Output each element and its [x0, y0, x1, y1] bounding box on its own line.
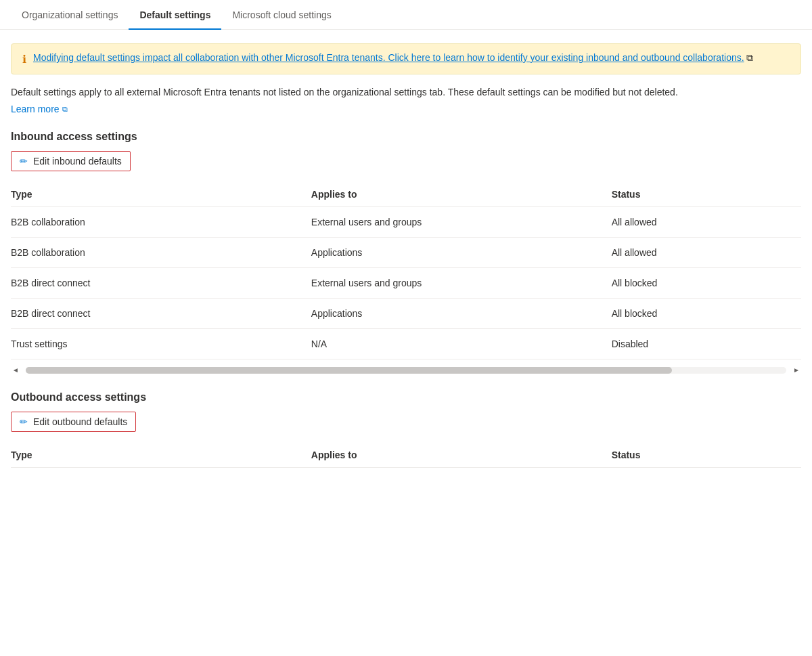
learn-more-link[interactable]: Learn more ⧉	[11, 104, 68, 114]
edit-inbound-label: Edit inbound defaults	[33, 156, 122, 167]
cell-status: All allowed	[612, 238, 801, 268]
edit-outbound-label: Edit outbound defaults	[33, 416, 127, 427]
cell-applies-to: External users and groups	[311, 268, 612, 299]
table-row: B2B direct connectApplicationsAll blocke…	[11, 299, 801, 329]
cell-type: B2B collaboration	[11, 207, 311, 238]
info-banner: ℹ Modifying default settings impact all …	[11, 43, 801, 74]
col-type-outbound: Type	[11, 443, 311, 468]
tab-organizational[interactable]: Organizational settings	[11, 0, 129, 30]
col-status-inbound: Status	[612, 182, 801, 207]
table-row: B2B direct connectExternal users and gro…	[11, 268, 801, 299]
scroll-right-arrow[interactable]: ►	[792, 365, 801, 375]
cell-status: All blocked	[612, 299, 801, 329]
cell-type: B2B direct connect	[11, 268, 311, 299]
cell-applies-to: Applications	[311, 299, 612, 329]
col-applies-outbound: Applies to	[311, 443, 612, 468]
banner-link[interactable]: Modifying default settings impact all co…	[33, 52, 744, 63]
table-row: B2B collaborationExternal users and grou…	[11, 207, 801, 238]
edit-inbound-button[interactable]: ✏ Edit inbound defaults	[11, 151, 131, 171]
tab-bar: Organizational settings Default settings…	[0, 0, 812, 30]
pencil-icon-inbound: ✏	[20, 156, 28, 167]
pencil-icon-outbound: ✏	[20, 416, 28, 427]
cell-applies-to: Applications	[311, 238, 612, 268]
col-type-inbound: Type	[11, 182, 311, 207]
scroll-thumb[interactable]	[26, 367, 673, 374]
info-icon: ℹ	[22, 53, 26, 66]
learn-more-ext-icon: ⧉	[62, 105, 68, 114]
col-applies-inbound: Applies to	[311, 182, 612, 207]
scroll-left-arrow[interactable]: ◄	[11, 365, 20, 375]
outbound-heading: Outbound access settings	[11, 391, 801, 403]
cell-status: All blocked	[612, 268, 801, 299]
scroll-container: ◄ ►	[11, 365, 801, 375]
main-content: ℹ Modifying default settings impact all …	[0, 30, 812, 487]
inbound-heading: Inbound access settings	[11, 131, 801, 143]
cell-type: Trust settings	[11, 329, 311, 359]
banner-text: Modifying default settings impact all co…	[33, 52, 753, 64]
cell-status: All allowed	[612, 207, 801, 238]
col-status-outbound: Status	[612, 443, 801, 468]
scroll-track[interactable]	[26, 367, 786, 374]
cell-applies-to: N/A	[311, 329, 612, 359]
outbound-table: Type Applies to Status	[11, 443, 801, 468]
banner-ext-icon: ⧉	[746, 52, 753, 63]
table-row: Trust settingsN/ADisabled	[11, 329, 801, 359]
inbound-table: Type Applies to Status B2B collaboration…	[11, 182, 801, 359]
tab-default[interactable]: Default settings	[129, 0, 221, 30]
cell-type: B2B direct connect	[11, 299, 311, 329]
edit-outbound-button[interactable]: ✏ Edit outbound defaults	[11, 412, 136, 432]
tab-cloud[interactable]: Microsoft cloud settings	[221, 0, 342, 30]
cell-type: B2B collaboration	[11, 238, 311, 268]
cell-status: Disabled	[612, 329, 801, 359]
cell-applies-to: External users and groups	[311, 207, 612, 238]
description-text: Default settings apply to all external M…	[11, 85, 801, 100]
table-row: B2B collaborationApplicationsAll allowed	[11, 238, 801, 268]
